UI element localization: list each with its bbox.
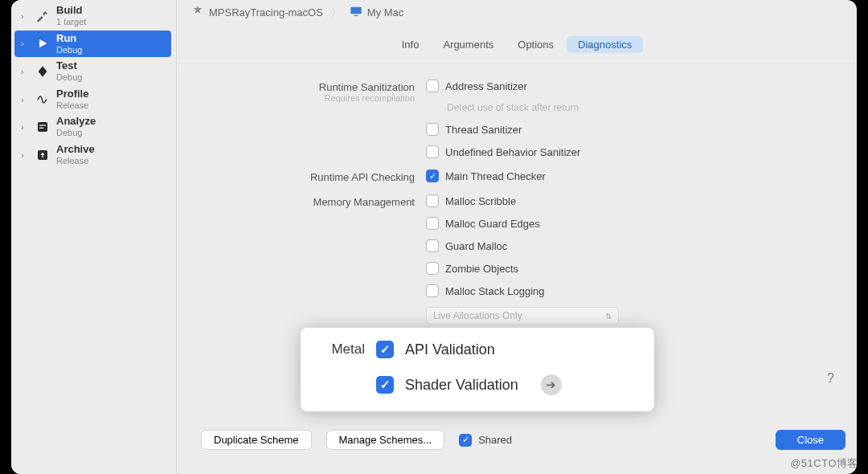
watermark-text: @51CTO博客: [790, 456, 858, 471]
svg-rect-1: [39, 125, 46, 125]
close-button[interactable]: Close: [776, 430, 845, 450]
checkbox-ub-sanitizer[interactable]: [426, 145, 439, 158]
sidebar-item-sub: Release: [56, 156, 95, 166]
app-store-icon: [191, 5, 204, 20]
section-runtime-sanitization: Runtime Sanitization Requires recompilat…: [193, 80, 841, 158]
checkbox-label: Undefined Behavior Sanitizer: [445, 146, 580, 158]
select-value: Live Allocations Only: [433, 310, 522, 321]
analyze-icon: [34, 118, 51, 136]
metal-section-highlight: Metal ✓ API Validation ✓ Shader Validati…: [301, 328, 654, 411]
checkbox-malloc-guard-edges[interactable]: [426, 217, 439, 230]
breadcrumb-target[interactable]: My Mac: [367, 6, 404, 18]
section-label: Metal: [320, 341, 365, 358]
checkbox-label: Shader Validation: [405, 377, 518, 394]
sidebar-item-archive[interactable]: › Archive Release: [14, 141, 171, 169]
sidebar-item-sub: 1 target: [56, 17, 86, 27]
duplicate-scheme-button[interactable]: Duplicate Scheme: [201, 430, 312, 450]
sidebar-item-run[interactable]: › Run Debug: [14, 31, 171, 58]
sidebar-item-profile[interactable]: › Profile Release: [14, 86, 171, 113]
svg-rect-4: [350, 7, 361, 14]
archive-icon: [34, 146, 51, 164]
breadcrumb-scheme[interactable]: MPSRayTracing-macOS: [209, 6, 323, 18]
checkbox-shared[interactable]: ✓: [459, 434, 472, 447]
section-memory-management: Memory Management Malloc Scribble Malloc…: [193, 194, 841, 325]
sub-option-label: Detect use of stack after return: [447, 102, 841, 113]
sidebar-item-sub: Debug: [56, 72, 82, 83]
diagnostics-content: Runtime Sanitization Requires recompilat…: [177, 63, 857, 474]
sidebar-item-test[interactable]: › Test Debug: [14, 58, 171, 85]
sidebar-item-sub: Debug: [56, 45, 82, 55]
checkbox-label: Guard Malloc: [445, 240, 507, 252]
chevron-updown-icon: ⇅: [605, 312, 612, 321]
sidebar-item-label: Analyze: [56, 116, 96, 128]
svg-rect-2: [39, 128, 43, 129]
tab-arguments[interactable]: Arguments: [432, 36, 505, 53]
hammer-icon: [34, 7, 51, 25]
checkbox-guard-malloc[interactable]: [426, 239, 439, 252]
checkbox-zombie-objects[interactable]: [426, 262, 439, 275]
chevron-right-icon: ›: [21, 150, 29, 160]
chevron-right-icon: ›: [21, 122, 29, 132]
sidebar-item-label: Archive: [56, 144, 95, 156]
bottom-bar: Duplicate Scheme Manage Schemes... ✓ Sha…: [201, 430, 845, 450]
checkbox-label: Main Thread Checker: [445, 170, 546, 182]
checkbox-label: Thread Sanitizer: [445, 124, 522, 136]
checkbox-address-sanitizer[interactable]: [426, 80, 439, 92]
sidebar-item-sub: Debug: [56, 128, 96, 138]
section-hint: Requires recompilation: [193, 93, 415, 103]
chevron-right-icon: ›: [21, 39, 29, 48]
checkbox-api-validation[interactable]: ✓: [376, 341, 394, 358]
checkbox-label: API Validation: [405, 341, 495, 358]
checkbox-malloc-scribble[interactable]: [426, 194, 439, 207]
checkbox-label: Shared: [478, 434, 512, 446]
checkbox-label: Address Sanitizer: [445, 80, 527, 92]
tab-info[interactable]: Info: [391, 36, 431, 53]
sidebar-item-analyze[interactable]: › Analyze Debug: [14, 113, 171, 141]
tab-bar: Info Arguments Options Diagnostics: [177, 23, 857, 63]
checkbox-label: Zombie Objects: [445, 263, 518, 275]
checkbox-malloc-stack-logging[interactable]: [426, 284, 439, 297]
chevron-right-icon: ›: [21, 67, 29, 76]
scheme-sidebar: › Build 1 target › Run Debug ›: [11, 0, 177, 474]
chevron-right-icon: ›: [21, 95, 29, 104]
play-icon: [34, 35, 51, 52]
sidebar-item-build[interactable]: › Build 1 target: [14, 2, 171, 30]
section-label: Runtime Sanitization: [193, 81, 415, 93]
sidebar-item-sub: Release: [56, 100, 88, 111]
checkbox-shader-validation[interactable]: ✓: [376, 376, 394, 394]
svg-rect-5: [354, 15, 358, 16]
select-stack-logging-type: Live Allocations Only ⇅: [426, 307, 619, 325]
section-label: Runtime API Checking: [193, 171, 415, 183]
checkbox-label: Malloc Guard Edges: [445, 218, 540, 230]
tab-options[interactable]: Options: [506, 36, 565, 53]
chevron-right-icon: ›: [21, 11, 29, 21]
section-runtime-api-checking: Runtime API Checking ✓ Main Thread Check…: [193, 170, 841, 183]
sidebar-item-label: Run: [56, 33, 82, 45]
sidebar-item-label: Build: [56, 5, 86, 17]
manage-schemes-button[interactable]: Manage Schemes...: [326, 430, 445, 450]
diamond-icon: [34, 63, 51, 80]
section-label: Memory Management: [193, 196, 415, 208]
scheme-editor-window: › Build 1 target › Run Debug ›: [11, 0, 857, 474]
checkbox-label: Malloc Scribble: [445, 195, 516, 207]
tab-diagnostics[interactable]: Diagnostics: [567, 36, 643, 53]
arrow-right-circle-icon[interactable]: ➔: [541, 374, 562, 395]
sidebar-item-label: Test: [56, 60, 82, 72]
sidebar-item-label: Profile: [56, 88, 88, 100]
monitor-icon: [350, 5, 362, 20]
wave-icon: [34, 91, 51, 108]
breadcrumb: MPSRayTracing-macOS 〉 My Mac: [177, 0, 857, 23]
svg-rect-0: [38, 122, 47, 132]
checkbox-thread-sanitizer[interactable]: [426, 123, 439, 136]
help-button[interactable]: ?: [827, 371, 834, 386]
chevron-right-icon: 〉: [331, 6, 342, 20]
checkbox-label: Malloc Stack Logging: [445, 285, 545, 297]
checkbox-main-thread-checker[interactable]: ✓: [426, 170, 439, 182]
